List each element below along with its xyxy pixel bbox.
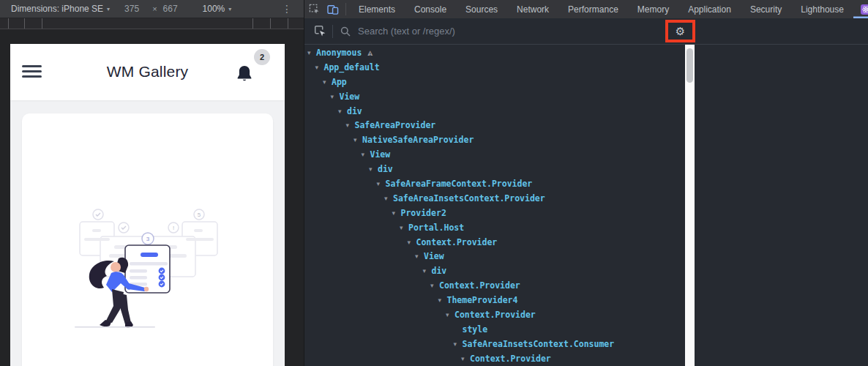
- tree-node-app-default[interactable]: ▾App_default: [304, 60, 685, 75]
- scrollbar-thumb[interactable]: [686, 48, 693, 83]
- expand-caret-icon[interactable]: ▾: [331, 93, 340, 100]
- inspect-element-icon[interactable]: [304, 0, 323, 18]
- tree-node-themeprovider4[interactable]: ▾ThemeProvider4: [304, 293, 685, 307]
- select-component-icon[interactable]: [312, 25, 328, 37]
- tree-node-view[interactable]: ▾View: [304, 147, 685, 162]
- tab-elements[interactable]: Elements: [349, 0, 405, 18]
- expand-caret-icon[interactable]: ▾: [338, 108, 347, 115]
- component-name: View: [340, 92, 360, 102]
- tab-application[interactable]: Application: [678, 0, 741, 18]
- component-name: SafeAreaFrameContext.Provider: [386, 179, 533, 189]
- tree-node-div[interactable]: ▾div: [304, 162, 685, 176]
- zoom-select[interactable]: 100%: [203, 4, 225, 14]
- component-name: App: [332, 77, 347, 87]
- component-name: SafeAreaInsetsContext.Consumer: [463, 339, 615, 349]
- app-screen: WM Gallery 2: [10, 44, 285, 366]
- expand-caret-icon[interactable]: ▾: [446, 311, 454, 318]
- tab-lighthouse[interactable]: Lighthouse: [791, 0, 853, 18]
- tab-console[interactable]: Console: [405, 0, 456, 18]
- tree-node-app[interactable]: ▾App: [304, 75, 685, 89]
- tree-node-safeareainsetscontext-provider[interactable]: ▾SafeAreaInsetsContext.Provider: [304, 191, 685, 206]
- tab-sources[interactable]: Sources: [456, 0, 507, 18]
- expand-caret-icon[interactable]: ▾: [307, 49, 316, 56]
- tab-components[interactable]: Components: [853, 0, 868, 18]
- expand-caret-icon[interactable]: ▾: [392, 209, 401, 217]
- dropdown-caret-icon: ▾: [228, 6, 231, 12]
- tab-performance[interactable]: Performance: [558, 0, 628, 18]
- component-name: View: [370, 149, 391, 160]
- viewport-width-field[interactable]: 375: [124, 4, 139, 14]
- tree-node-provider2[interactable]: ▾Provider2: [304, 206, 685, 220]
- viewport-height-field[interactable]: 667: [163, 4, 178, 14]
- expand-caret-icon[interactable]: ▾: [430, 282, 439, 289]
- empty-state-illustration: 5 ! 3: [69, 207, 227, 333]
- more-options-icon[interactable]: ⋮: [282, 3, 292, 15]
- component-name: ThemeProvider4: [447, 295, 518, 305]
- tree-node-style[interactable]: style: [304, 322, 685, 337]
- expand-caret-icon[interactable]: ▾: [315, 64, 324, 71]
- component-name: div: [378, 164, 393, 174]
- tree-node-safeareaframecontext-provider[interactable]: ▾SafeAreaFrameContext.Provider: [304, 176, 685, 191]
- device-toolbar-toggle-icon[interactable]: [323, 0, 343, 18]
- expand-caret-icon[interactable]: ▾: [408, 239, 416, 246]
- tree-node-view[interactable]: ▾View: [304, 89, 685, 104]
- component-name: Context.Provider: [470, 354, 551, 364]
- tree-node-portal-host[interactable]: ▾Portal.Host: [304, 220, 685, 235]
- component-name: NativeSafeAreaProvider: [362, 135, 474, 145]
- content-card: 5 ! 3: [22, 113, 273, 366]
- devtools-tabbar: ElementsConsoleSourcesNetworkPerformance…: [304, 0, 868, 18]
- tree-node-nativesafeareaprovider[interactable]: ▾NativeSafeAreaProvider: [304, 132, 685, 147]
- component-tree: ▾Anonymous▲▾App_default▾App▾View▾div▾Saf…: [304, 45, 685, 366]
- expand-caret-icon[interactable]: ▾: [454, 340, 463, 348]
- tree-scrollbar[interactable]: [685, 45, 695, 366]
- screenshot-root: Dimensions: iPhone SE ▾ 375 × 667 100% ▾…: [0, 0, 868, 366]
- search-icon: [339, 26, 352, 37]
- component-name: Context.Provider: [454, 310, 536, 320]
- expand-caret-icon[interactable]: ▾: [377, 180, 386, 187]
- tree-node-safeareainsetscontext-consumer[interactable]: ▾SafeAreaInsetsContext.Consumer: [304, 337, 685, 351]
- device-dimensions-toolbar: Dimensions: iPhone SE ▾ 375 × 667 100% ▾…: [0, 0, 304, 18]
- expand-caret-icon[interactable]: ▾: [415, 253, 424, 260]
- component-name: Context.Provider: [439, 280, 520, 291]
- tab-network[interactable]: Network: [507, 0, 558, 18]
- tree-node-context-provider[interactable]: ▾Context.Provider: [304, 351, 685, 366]
- dimension-multiply-icon: ×: [152, 4, 157, 13]
- dropdown-caret-icon: ▾: [107, 6, 110, 12]
- component-name: App_default: [324, 62, 380, 72]
- search-input[interactable]: [356, 25, 623, 37]
- component-name: Portal.Host: [408, 223, 464, 233]
- expand-caret-icon[interactable]: ▾: [323, 78, 332, 86]
- expand-caret-icon[interactable]: ▾: [438, 296, 447, 304]
- component-name: style: [463, 324, 488, 335]
- tree-node-safeareaprovider[interactable]: ▾SafeAreaProvider: [304, 118, 685, 132]
- react-icon: [861, 4, 868, 15]
- expand-caret-icon[interactable]: ▾: [423, 267, 432, 274]
- devtools-panel: ElementsConsoleSourcesNetworkPerformance…: [304, 0, 868, 366]
- components-search-bar: ⚙: [304, 18, 868, 45]
- expand-caret-icon[interactable]: ▾: [353, 136, 362, 143]
- warning-icon: ▲: [367, 49, 373, 56]
- expand-caret-icon[interactable]: ▾: [461, 355, 470, 362]
- component-name: div: [432, 266, 447, 276]
- expand-caret-icon[interactable]: ▾: [400, 224, 408, 231]
- tree-node-context-provider[interactable]: ▾Context.Provider: [304, 278, 685, 293]
- dimensions-select[interactable]: Dimensions: iPhone SE: [11, 4, 103, 14]
- tree-node-div[interactable]: ▾div: [304, 264, 685, 278]
- expand-caret-icon[interactable]: ▾: [384, 195, 393, 202]
- tree-node-view[interactable]: ▾View: [304, 249, 685, 264]
- expand-caret-icon[interactable]: ▾: [346, 122, 355, 129]
- settings-gear-icon[interactable]: ⚙: [676, 26, 685, 37]
- tree-node-div[interactable]: ▾div: [304, 104, 685, 119]
- tree-node-anonymous[interactable]: ▾Anonymous▲: [304, 45, 685, 60]
- toolbar-divider: [345, 3, 346, 15]
- device-emulation-area: Dimensions: iPhone SE ▾ 375 × 667 100% ▾…: [0, 0, 304, 366]
- app-header: WM Gallery 2: [10, 44, 285, 100]
- notification-bell-icon[interactable]: [234, 63, 255, 85]
- expand-caret-icon[interactable]: ▾: [362, 151, 370, 158]
- expand-caret-icon[interactable]: ▾: [369, 165, 378, 173]
- tree-node-context-provider[interactable]: ▾Context.Provider: [304, 235, 685, 250]
- tree-node-context-provider[interactable]: ▾Context.Provider: [304, 307, 685, 322]
- component-props-pane: [695, 45, 868, 366]
- tab-security[interactable]: Security: [741, 0, 791, 18]
- tab-memory[interactable]: Memory: [628, 0, 678, 18]
